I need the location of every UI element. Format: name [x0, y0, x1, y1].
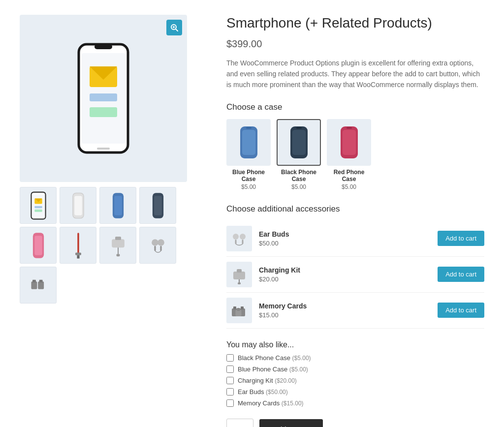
charging-name: Charging Kit [259, 266, 431, 274]
thumbnail-earbuds[interactable] [139, 227, 176, 264]
checkbox-memory-cards[interactable] [226, 399, 234, 407]
memory-image [226, 298, 252, 323]
svg-rect-17 [34, 209, 42, 212]
also-like-blue-case[interactable]: Blue Phone Case ($5.00) [226, 366, 484, 373]
red-case-name: Red Phone Case [327, 169, 371, 183]
svg-rect-46 [296, 127, 302, 129]
svg-rect-29 [112, 239, 125, 247]
case-blue-img [226, 119, 271, 166]
accessory-row-earbuds: Ear Buds $50.00 Add to cart [226, 221, 484, 257]
left-column [20, 15, 207, 427]
svg-point-33 [152, 239, 158, 246]
product-title: Smartphone (+ Related Products) [226, 15, 484, 31]
case-red[interactable]: Red Phone Case $5.00 [327, 119, 371, 190]
svg-rect-40 [39, 279, 42, 282]
memory-name: Memory Cards [259, 302, 431, 310]
checkbox-black-case[interactable] [226, 354, 234, 362]
svg-rect-16 [34, 206, 42, 208]
checkbox-blue-case[interactable] [226, 366, 234, 373]
memory-price: $15.00 [259, 311, 431, 319]
thumbnails-grid [20, 187, 207, 304]
svg-rect-53 [242, 240, 244, 244]
svg-rect-63 [237, 308, 240, 311]
checkbox-charging-kit[interactable] [226, 377, 234, 384]
zoom-icon [170, 24, 178, 31]
svg-rect-45 [292, 130, 306, 155]
svg-rect-59 [233, 306, 236, 309]
accessories-section: Choose additional accessories Ear Buds $… [226, 204, 484, 329]
also-like-ear-buds[interactable]: Ear Buds ($50.00) [226, 388, 484, 396]
charging-kit-also-price: ($20.00) [275, 377, 297, 384]
checkbox-charging-kit-label: Charging Kit ($20.00) [238, 377, 297, 384]
earbuds-price: $50.00 [259, 240, 431, 247]
svg-rect-43 [246, 127, 252, 129]
svg-rect-13 [32, 194, 45, 216]
thumbnail-blue-case[interactable] [99, 187, 136, 224]
memory-cards-also-price: ($15.00) [282, 400, 304, 407]
case-blue[interactable]: Blue Phone Case $5.00 [226, 119, 271, 190]
also-like-memory-cards[interactable]: Memory Cards ($15.00) [226, 399, 484, 407]
svg-rect-19 [74, 196, 82, 215]
black-case-price: $5.00 [277, 183, 321, 190]
svg-rect-49 [346, 127, 352, 129]
svg-point-50 [233, 234, 239, 240]
svg-rect-28 [77, 255, 79, 258]
earbuds-add-to-cart[interactable]: Add to cart [438, 231, 484, 246]
svg-rect-36 [160, 245, 161, 250]
svg-rect-11 [97, 148, 110, 150]
thumbnail-pink-case[interactable] [20, 227, 57, 264]
right-column: Smartphone (+ Related Products) $399.00 … [226, 15, 484, 427]
svg-point-35 [158, 239, 164, 246]
svg-rect-42 [242, 130, 255, 155]
main-image [20, 15, 187, 182]
checkbox-ear-buds-label: Ear Buds ($50.00) [238, 388, 288, 396]
black-case-also-price: ($5.00) [292, 355, 311, 362]
earbuds-info: Ear Buds $50.00 [259, 230, 431, 247]
svg-rect-48 [343, 130, 356, 155]
checkbox-blue-case-label: Blue Phone Case ($5.00) [238, 366, 308, 373]
checkbox-ear-buds[interactable] [226, 388, 234, 396]
svg-rect-5 [94, 44, 112, 49]
also-like-section: You may also like... Black Phone Case ($… [226, 340, 484, 407]
svg-rect-34 [154, 245, 156, 250]
red-case-price: $5.00 [327, 183, 371, 190]
thumbnail-phone[interactable] [20, 187, 57, 224]
thumbnail-memory-cards[interactable] [20, 267, 57, 304]
svg-point-52 [240, 234, 246, 240]
svg-rect-32 [116, 254, 120, 256]
red-case-icon [338, 124, 360, 161]
thumbnail-charging-kit[interactable] [99, 227, 136, 264]
ear-buds-also-price: ($50.00) [266, 389, 288, 396]
accessories-label: Choose additional accessories [226, 204, 484, 214]
zoom-button[interactable] [166, 20, 182, 35]
case-black[interactable]: Black Phone Case $5.00 [277, 119, 321, 190]
product-price: $399.00 [226, 38, 484, 50]
add-to-cart-button[interactable]: Add to cart [259, 419, 323, 427]
charging-image [226, 262, 252, 287]
svg-rect-23 [154, 196, 161, 215]
thumbnail-dark-case[interactable] [139, 187, 176, 224]
checkbox-black-case-label: Black Phone Case ($5.00) [238, 354, 311, 362]
product-main-image [69, 39, 138, 157]
svg-rect-27 [75, 252, 81, 255]
page-wrapper: Smartphone (+ Related Products) $399.00 … [0, 0, 504, 427]
memory-info: Memory Cards $15.00 [259, 302, 431, 319]
blue-case-price: $5.00 [226, 183, 271, 190]
svg-rect-37 [31, 281, 37, 289]
black-case-name: Black Phone Case [277, 169, 321, 183]
svg-rect-26 [77, 233, 79, 254]
checkbox-memory-cards-label: Memory Cards ($15.00) [238, 399, 304, 407]
charging-add-to-cart[interactable]: Add to cart [438, 267, 484, 282]
svg-rect-55 [237, 269, 242, 273]
also-like-charging-kit[interactable]: Charging Kit ($20.00) [226, 377, 484, 384]
also-like-black-case[interactable]: Black Phone Case ($5.00) [226, 354, 484, 362]
memory-add-to-cart[interactable]: Add to cart [438, 303, 484, 318]
thumbnail-white-case[interactable] [60, 187, 96, 224]
svg-rect-61 [241, 306, 244, 309]
thumbnail-selfie-stick[interactable] [60, 227, 96, 264]
blue-case-icon [238, 124, 260, 161]
earbuds-name: Ear Buds [259, 230, 431, 238]
charging-info: Charging Kit $20.00 [259, 266, 431, 283]
svg-rect-30 [115, 237, 121, 240]
quantity-input[interactable] [226, 419, 253, 427]
